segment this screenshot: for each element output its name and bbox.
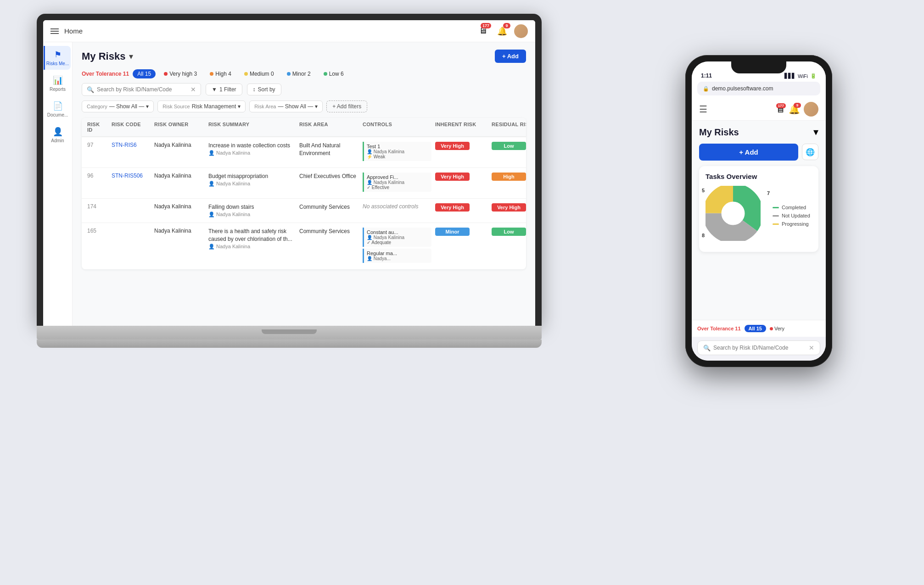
- phone-alerts-btn[interactable]: 🔔 9: [789, 104, 800, 115]
- menu-button[interactable]: [50, 28, 59, 34]
- phone-hamburger-btn[interactable]: ☰: [699, 104, 707, 115]
- phone-app-header: ☰ 🖥 177 🔔 9: [692, 99, 826, 121]
- chip-high[interactable]: High 4: [205, 69, 236, 78]
- legend-completed: Completed: [773, 205, 810, 210]
- sidebar-item-risks[interactable]: ⚑ Risks Me...: [44, 46, 71, 70]
- chip-very-high[interactable]: Very high 3: [159, 69, 202, 78]
- row3-controls: No associated controls: [363, 203, 431, 210]
- add-filters-button[interactable]: + Add filters: [326, 100, 367, 112]
- chip-all[interactable]: All 15: [133, 69, 156, 78]
- row3-residual-badge: Very High: [492, 203, 526, 212]
- notifications-badge: 177: [481, 23, 491, 28]
- search-input[interactable]: [97, 86, 188, 93]
- pie-num-7: 7: [767, 190, 770, 196]
- signal-icon: ▋▋▋: [784, 73, 795, 79]
- add-risk-button[interactable]: + Add: [495, 50, 526, 63]
- phone-chip-over-tolerance[interactable]: Over Tolerance 11: [697, 326, 741, 331]
- table-row[interactable]: 174 Nadya Kalinina Falling down stairs 👤…: [82, 199, 526, 223]
- table-row[interactable]: 97 STN-RIS6 Nadya Kalinina Increase in w…: [82, 137, 526, 168]
- phone-chip-very[interactable]: Very: [770, 326, 784, 331]
- sidebar-item-documents[interactable]: 📄 Docume...: [45, 97, 71, 121]
- sidebar-item-documents-label: Docume...: [47, 112, 68, 117]
- phone-bottom-chips: Over Tolerance 11 All 15 Very: [692, 320, 826, 337]
- chip-very-high-label: Very high 3: [169, 71, 197, 77]
- page-title-row: My Risks ▾: [82, 50, 133, 62]
- category-filter[interactable]: Category — Show All — ▾: [82, 100, 154, 112]
- header-right: 🖥 177 🔔 9: [476, 24, 528, 39]
- risk-source-filter[interactable]: Risk Source Risk Management ▾: [157, 100, 246, 112]
- phone-chevron-icon[interactable]: ▾: [813, 126, 818, 138]
- chip-minor[interactable]: Minor 2: [282, 69, 315, 78]
- chip-over-tolerance[interactable]: Over Tolerance 11: [82, 71, 129, 77]
- sort-button[interactable]: ↕ Sort by: [247, 84, 281, 95]
- phone-search-icon: 🔍: [703, 345, 711, 351]
- row3-area: Community Services: [299, 203, 359, 211]
- pie-num-5: 5: [702, 188, 705, 193]
- phone-url-bar[interactable]: 🔒 demo.pulsesoftware.com: [697, 82, 820, 95]
- row2-area: Chief Executives Office: [299, 173, 359, 180]
- phone-header-icons: 🖥 177 🔔 9: [776, 102, 818, 117]
- completed-label: Completed: [782, 205, 806, 210]
- risk-area-filter[interactable]: Risk Area — Show All — ▾: [249, 100, 323, 112]
- chip-low[interactable]: Low 6: [319, 69, 348, 78]
- documents-icon: 📄: [53, 101, 63, 111]
- phone-very-dot: [770, 327, 773, 330]
- phone-url-text: demo.pulsesoftware.com: [712, 85, 773, 92]
- user-avatar[interactable]: [514, 24, 528, 38]
- phone-add-button[interactable]: + Add: [699, 144, 798, 161]
- phone-search-clear-icon[interactable]: ✕: [809, 344, 814, 351]
- phone-globe-button[interactable]: 🌐: [802, 144, 818, 160]
- phone-screen: 1:11 ▋▋▋ WiFi 🔋 🔒 demo.pulsesoftware.com…: [692, 61, 826, 361]
- page-title: My Risks: [82, 50, 125, 62]
- sidebar: ⚑ Risks Me... 📊 Reports 📄 Docume... 👤 Ad…: [43, 42, 73, 326]
- chip-medium-label: Medium 0: [250, 71, 274, 77]
- row4-residual: Low: [492, 228, 526, 236]
- row3-summary-owner: 👤 Nadya Kalinina: [208, 211, 296, 218]
- table-row[interactable]: 96 STN-RIS506 Nadya Kalinina Budget misa…: [82, 168, 526, 199]
- legend-progressing: Progressing: [773, 221, 810, 227]
- alerts-button[interactable]: 🔔 9: [495, 24, 510, 39]
- phone-notifications-btn[interactable]: 🖥 177: [776, 104, 785, 115]
- chip-medium[interactable]: Medium 0: [240, 69, 279, 78]
- row3-id: 174: [87, 203, 108, 210]
- phone-search-input[interactable]: [713, 345, 806, 351]
- header-title: Home: [64, 27, 83, 35]
- filter-button[interactable]: ▼ 1 Filter: [206, 84, 242, 95]
- sidebar-item-reports[interactable]: 📊 Reports: [45, 72, 71, 95]
- table-row[interactable]: 165 Nadya Kalinina There is a health and…: [82, 223, 526, 269]
- notifications-button[interactable]: 🖥 177: [476, 24, 490, 39]
- header-left: Home: [50, 27, 83, 35]
- row3-inherent-badge: Very High: [435, 203, 470, 212]
- category-chevron-icon: ▾: [146, 103, 149, 110]
- tasks-card: Tasks Overview 5 7 8: [699, 166, 818, 252]
- sidebar-item-admin[interactable]: 👤 Admin: [45, 123, 71, 147]
- phone-search-bar: 🔍 ✕: [692, 337, 826, 361]
- chip-all-label: All 15: [137, 71, 151, 77]
- filter-chips: Over Tolerance 11 All 15 Very high 3 Hig…: [82, 69, 526, 78]
- alerts-badge: 9: [503, 23, 510, 28]
- th-risk-owner: Risk Owner: [154, 122, 205, 133]
- row1-control-1: Test 1 👤 Nadya Kalinina ⚡ Weak: [363, 142, 431, 161]
- row2-control-1: Approved Fi... 👤 Nadya Kalinina ✓ Effect…: [363, 173, 431, 192]
- row3-inherent: Very High: [435, 203, 488, 212]
- page-header: My Risks ▾ + Add: [82, 50, 526, 63]
- low-dot: [324, 72, 327, 76]
- tasks-card-title: Tasks Overview: [706, 173, 812, 180]
- pie-container: 5 7 8: [706, 186, 812, 245]
- phone-chip-all[interactable]: All 15: [745, 325, 766, 332]
- phone: 1:11 ▋▋▋ WiFi 🔋 🔒 demo.pulsesoftware.com…: [685, 55, 832, 367]
- search-clear-icon[interactable]: ✕: [190, 86, 196, 93]
- row1-residual: Low: [492, 142, 526, 150]
- title-chevron-icon[interactable]: ▾: [129, 51, 133, 61]
- app-window: Home 🖥 177 🔔 9: [43, 20, 535, 326]
- app-body: ⚑ Risks Me... 📊 Reports 📄 Docume... 👤 Ad…: [43, 42, 535, 326]
- admin-icon: 👤: [53, 127, 63, 137]
- phone-status-icons: ▋▋▋ WiFi 🔋: [784, 73, 817, 79]
- filter-icon: ▼: [212, 86, 217, 93]
- row2-inherent-badge: Very High: [435, 173, 470, 181]
- row3-residual: Very High: [492, 203, 526, 212]
- phone-search-inner: 🔍 ✕: [697, 340, 820, 355]
- phone-user-avatar[interactable]: [804, 102, 818, 117]
- row1-area: Built And Natural Environment: [299, 142, 359, 157]
- very-high-dot: [164, 72, 168, 76]
